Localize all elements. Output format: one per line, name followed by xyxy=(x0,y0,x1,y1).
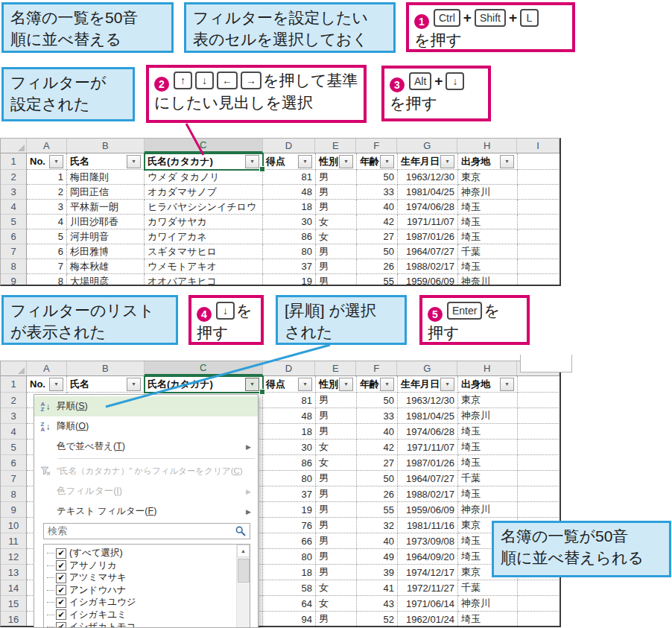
cell[interactable]: 19 xyxy=(263,274,316,286)
checkbox-checked[interactable]: ✔ xyxy=(56,560,66,571)
row-header-11[interactable]: 11 xyxy=(1,533,27,549)
cell[interactable] xyxy=(518,408,560,424)
header-cell-E[interactable]: 性別▾ xyxy=(316,376,357,393)
cell[interactable]: 80 xyxy=(263,549,316,565)
row-header-7[interactable]: 7 xyxy=(1,244,27,259)
cell[interactable]: 86 xyxy=(263,455,316,471)
cell[interactable] xyxy=(518,486,560,502)
column-header-E[interactable]: E xyxy=(315,361,356,375)
row-header-4[interactable]: 4 xyxy=(1,424,27,440)
cell[interactable]: 66 xyxy=(263,533,316,549)
checkbox-checked[interactable]: ✔ xyxy=(56,548,66,559)
cell[interactable]: 94 xyxy=(263,612,316,627)
cell[interactable]: 川田沙耶香 xyxy=(67,215,145,229)
cell[interactable]: 男 xyxy=(316,185,357,200)
cell[interactable]: 49 xyxy=(357,549,398,565)
cell[interactable]: 1988/02/17 xyxy=(398,486,458,502)
checklist-item[interactable]: ✔(すべて選択) xyxy=(47,547,123,559)
cell[interactable]: 神奈川 xyxy=(458,274,518,286)
row-header-4[interactable]: 4 xyxy=(1,200,27,215)
column-header-G[interactable]: G xyxy=(397,361,457,375)
header-cell-H[interactable]: 出身地▾ xyxy=(458,153,518,170)
cell[interactable]: 1981/04/25 xyxy=(398,185,458,200)
row-header-2[interactable]: 2 xyxy=(1,393,27,408)
cell[interactable]: 1964/09/20 xyxy=(398,549,458,565)
checklist-item[interactable]: ✔イシザカトモコ xyxy=(47,621,136,628)
cell[interactable]: 1981/11/16 xyxy=(398,518,458,533)
header-cell-B[interactable]: 氏名▾ xyxy=(67,376,145,393)
search-input[interactable]: 検索 xyxy=(43,523,250,539)
cell[interactable]: 神奈川 xyxy=(458,408,518,424)
cell[interactable]: 女 xyxy=(316,440,357,455)
row-header-6[interactable]: 6 xyxy=(1,229,27,244)
row-header-8[interactable]: 8 xyxy=(1,486,27,502)
cell[interactable] xyxy=(518,229,560,244)
column-header-D[interactable]: D xyxy=(263,139,316,153)
scrollbar[interactable]: ▲ xyxy=(236,545,250,628)
menu-item-sort-descending[interactable]: ZA↓降順(O) xyxy=(34,416,258,437)
cell[interactable]: 神奈川 xyxy=(458,502,518,518)
cell[interactable]: 男 xyxy=(316,565,357,580)
cell[interactable]: 梅本秋雄 xyxy=(67,259,145,274)
cell[interactable]: 1974/12/17 xyxy=(398,565,458,580)
filter-dropdown-button[interactable]: ▾ xyxy=(127,155,141,168)
cell[interactable]: 梅田隆則 xyxy=(67,170,145,185)
cell[interactable]: 埼玉 xyxy=(458,229,518,244)
cell[interactable]: 埼玉 xyxy=(458,259,518,274)
cell[interactable]: 18 xyxy=(263,424,316,440)
row-header-9[interactable]: 9 xyxy=(1,274,27,286)
row-header-13[interactable]: 13 xyxy=(1,565,27,580)
cell[interactable]: 女 xyxy=(316,215,357,229)
cell[interactable] xyxy=(518,580,560,596)
column-header-A[interactable]: A xyxy=(27,139,67,153)
cell[interactable] xyxy=(518,440,560,455)
header-cell-G[interactable]: 生年月日▾ xyxy=(398,376,458,393)
cell[interactable]: 42 xyxy=(357,440,398,455)
column-header-B[interactable]: B xyxy=(67,361,145,375)
cell[interactable]: オカダマサノブ xyxy=(145,185,263,200)
cell[interactable]: 40 xyxy=(357,533,398,549)
row-header-3[interactable]: 3 xyxy=(1,185,27,200)
column-header-B[interactable]: B xyxy=(67,139,145,153)
filter-dropdown-button[interactable]: ▾ xyxy=(339,155,353,168)
header-cell-D[interactable]: 得点▾ xyxy=(263,376,316,393)
cell[interactable]: 64 xyxy=(263,596,316,612)
row-header-9[interactable]: 9 xyxy=(1,502,27,518)
cell[interactable] xyxy=(518,259,560,274)
cell[interactable]: 1964/07/27 xyxy=(398,244,458,259)
cell[interactable]: 1971/11/07 xyxy=(398,215,458,229)
cell[interactable] xyxy=(518,170,560,185)
filter-dropdown-button[interactable]: ▾ xyxy=(245,155,259,168)
cell[interactable]: 女 xyxy=(316,580,357,596)
cell[interactable]: 東京 xyxy=(458,393,518,408)
cell[interactable]: 19 xyxy=(263,502,316,518)
cell[interactable]: 81 xyxy=(263,170,316,185)
cell[interactable]: 1972/11/27 xyxy=(398,580,458,596)
cell[interactable]: 神奈川 xyxy=(458,185,518,200)
cell[interactable]: ウメダ タカノリ xyxy=(145,170,263,185)
column-header-E[interactable]: E xyxy=(315,139,356,153)
column-header-H[interactable]: H xyxy=(457,361,517,375)
cell[interactable]: 埼玉 xyxy=(458,612,518,627)
cell[interactable]: オオバアキヒコ xyxy=(145,274,263,286)
cell[interactable]: 50 xyxy=(357,170,398,185)
cell[interactable]: 1959/06/09 xyxy=(398,274,458,286)
cell[interactable]: 男 xyxy=(316,612,357,627)
cell[interactable]: 27 xyxy=(357,455,398,471)
cell[interactable]: 1964/07/27 xyxy=(398,471,458,486)
column-header-C[interactable]: C xyxy=(145,139,263,153)
cell[interactable]: 52 xyxy=(357,612,398,627)
cell[interactable]: 1973/09/08 xyxy=(398,533,458,549)
header-cell-D[interactable]: 得点▾ xyxy=(263,153,316,170)
cell[interactable]: 女 xyxy=(316,455,357,471)
cell[interactable]: 男 xyxy=(316,471,357,486)
header-cell-C[interactable]: 氏名(カタカナ)▾ xyxy=(145,376,263,393)
cell[interactable]: 埼玉 xyxy=(458,215,518,229)
cell[interactable] xyxy=(518,612,560,627)
checklist-item[interactable]: ✔イシガキユウジ xyxy=(47,596,136,609)
row-header-14[interactable]: 14 xyxy=(1,580,27,596)
cell[interactable]: 神奈川 xyxy=(458,596,518,612)
row-header-12[interactable]: 12 xyxy=(1,549,27,565)
cell[interactable]: 55 xyxy=(357,274,398,286)
cell[interactable]: ヒラバヤシシンイチロウ xyxy=(145,200,263,215)
